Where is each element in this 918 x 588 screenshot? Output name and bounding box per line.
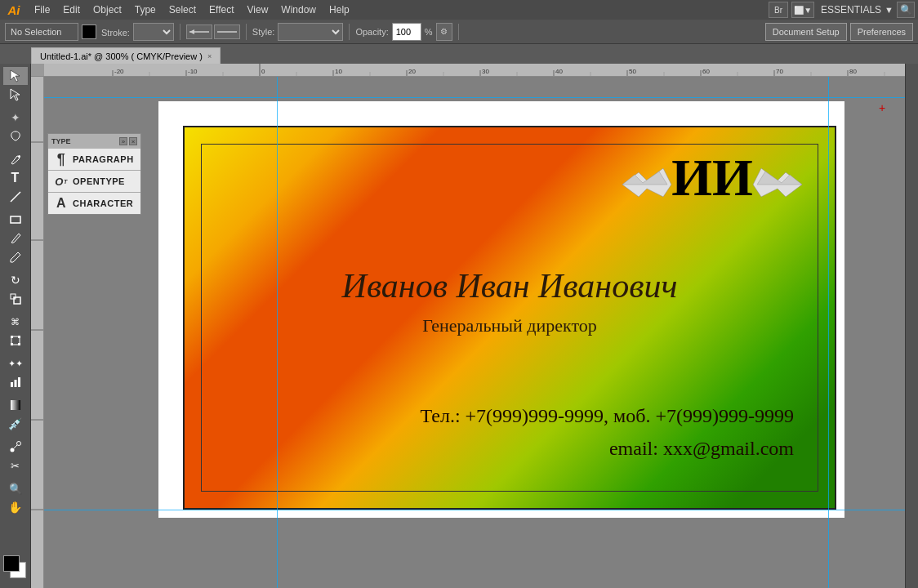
menu-window[interactable]: Window: [274, 2, 323, 17]
lasso-tool[interactable]: [3, 127, 28, 145]
pen-tool[interactable]: [3, 150, 28, 168]
svg-rect-59: [31, 77, 44, 588]
guide-h1: [44, 97, 905, 98]
separator2: [246, 24, 247, 40]
paintbrush-tool[interactable]: [3, 229, 28, 247]
svg-marker-73: [757, 172, 802, 185]
opacity-input[interactable]: [392, 23, 421, 41]
scale-tool[interactable]: [3, 290, 28, 308]
svg-line-6: [11, 192, 20, 202]
direct-selection-tool[interactable]: [3, 86, 28, 104]
warp-tool[interactable]: ⌘: [3, 313, 28, 331]
arrow-start-btn[interactable]: [186, 24, 212, 39]
svg-point-20: [10, 448, 14, 452]
menu-effect[interactable]: Effect: [203, 2, 240, 17]
blend-tool[interactable]: [3, 438, 28, 456]
panel-character-item[interactable]: A CHARACTER: [48, 193, 140, 214]
svg-text:60: 60: [702, 68, 710, 75]
logo-wing-container: ИИ: [622, 152, 802, 217]
card-logo: ИИ: [622, 144, 802, 225]
separator1: [180, 24, 180, 40]
canvas-inner: ИИ Иванов Иван Иванович Генеральный дире…: [44, 77, 905, 588]
opentype-icon: OT: [55, 175, 68, 188]
svg-text:30: 30: [482, 68, 489, 75]
svg-rect-19: [11, 400, 20, 410]
essentials-dropdown[interactable]: ▼: [885, 5, 893, 15]
type-panel-header[interactable]: TYPE » ×: [48, 134, 140, 149]
separator3: [349, 24, 350, 40]
arrow-end-btn[interactable]: [214, 24, 240, 39]
guide-v2: [828, 77, 829, 588]
symbol-spray-tool[interactable]: ✦✦: [3, 354, 28, 372]
workspace-btn[interactable]: ⬜▼: [791, 2, 814, 18]
opacity-options-btn[interactable]: ⚙: [436, 23, 452, 41]
opacity-unit: %: [425, 27, 433, 37]
pencil-tool[interactable]: [3, 248, 28, 266]
menu-file[interactable]: File: [28, 2, 56, 17]
selection-tool[interactable]: [3, 67, 28, 85]
line-tool[interactable]: [3, 188, 28, 206]
svg-rect-12: [11, 336, 13, 338]
card-title: Генеральный директор: [185, 315, 835, 336]
opacity-label: Opacity:: [355, 27, 388, 37]
rotate-tool[interactable]: ↻: [3, 271, 28, 289]
panel-paragraph-item[interactable]: ¶ PARAGRAPH: [48, 149, 140, 170]
menu-view[interactable]: View: [241, 2, 275, 17]
stroke-select[interactable]: [133, 23, 174, 41]
svg-text:20: 20: [408, 68, 416, 75]
magic-wand-tool[interactable]: ✦: [3, 109, 28, 127]
card-phone: Тел.: +7(999)999-9999, моб. +7(999)999-9…: [185, 405, 794, 427]
fill-swatch[interactable]: [82, 24, 96, 39]
svg-text:-10: -10: [188, 68, 198, 75]
svg-rect-17: [14, 380, 16, 387]
preferences-button[interactable]: Preferences: [850, 23, 913, 41]
tools-panel: ✦ T ↻: [0, 64, 31, 588]
menu-help[interactable]: Help: [323, 2, 356, 17]
doc-setup-button[interactable]: Document Setup: [765, 23, 847, 41]
svg-text:0: 0: [261, 68, 265, 75]
tab-bar: Untitled-1.ai* @ 300% ( CMYK/Preview ) ×: [0, 44, 918, 64]
canvas-area: -20 -10 0 10 20 30 40 50 60 70 80: [31, 64, 905, 588]
toolbar: No Selection Stroke: Style: Opacity: % ⚙…: [0, 20, 918, 44]
tab-close-btn[interactable]: ×: [207, 52, 212, 60]
selection-cross: +: [879, 101, 889, 111]
menu-select[interactable]: Select: [163, 2, 203, 17]
panel-header-buttons: » ×: [119, 137, 137, 145]
style-select[interactable]: [278, 23, 343, 41]
panel-close-btn[interactable]: ×: [129, 137, 137, 145]
fg-color-swatch[interactable]: [3, 555, 20, 572]
scissors-tool[interactable]: ✂: [3, 457, 28, 474]
graph-tool[interactable]: [3, 373, 28, 391]
svg-text:-20: -20: [114, 68, 124, 75]
svg-rect-18: [18, 377, 20, 387]
workspace-search[interactable]: 🔍: [897, 2, 915, 18]
zoom-tool[interactable]: 🔍: [3, 479, 28, 497]
svg-text:10: 10: [335, 68, 342, 75]
eyedropper-tool[interactable]: 💉: [3, 415, 28, 433]
bridge-btn[interactable]: Br: [769, 2, 788, 18]
card-email: email: xxx@gmail.com: [185, 438, 794, 460]
hand-tool[interactable]: ✋: [3, 498, 28, 516]
paragraph-icon: ¶: [55, 153, 68, 166]
type-tool[interactable]: T: [3, 169, 28, 187]
guide-v1: [277, 77, 278, 588]
right-scrollbar[interactable]: [905, 64, 918, 588]
main-layout: ✦ T ↻: [0, 64, 918, 588]
svg-rect-58: [31, 64, 44, 77]
menu-object[interactable]: Object: [87, 2, 128, 17]
horizontal-ruler: -20 -10 0 10 20 30 40 50 60 70 80: [31, 64, 905, 77]
essentials-label: ESSENTIALS: [821, 4, 881, 16]
document-tab[interactable]: Untitled-1.ai* @ 300% ( CMYK/Preview ) ×: [31, 47, 221, 64]
menu-type[interactable]: Type: [128, 2, 163, 17]
rectangle-tool[interactable]: [3, 211, 28, 229]
panel-collapse-btn[interactable]: »: [119, 137, 127, 145]
free-transform-tool[interactable]: [3, 332, 28, 350]
paragraph-label: PARAGRAPH: [73, 154, 134, 164]
gradient-tool[interactable]: [3, 396, 28, 414]
style-label: Style:: [252, 27, 275, 37]
separator4: [458, 24, 459, 40]
svg-point-21: [16, 442, 20, 446]
menu-edit[interactable]: Edit: [56, 2, 87, 17]
ai-logo: Ai: [3, 1, 25, 19]
panel-opentype-item[interactable]: OT OPENTYPE: [48, 171, 140, 192]
